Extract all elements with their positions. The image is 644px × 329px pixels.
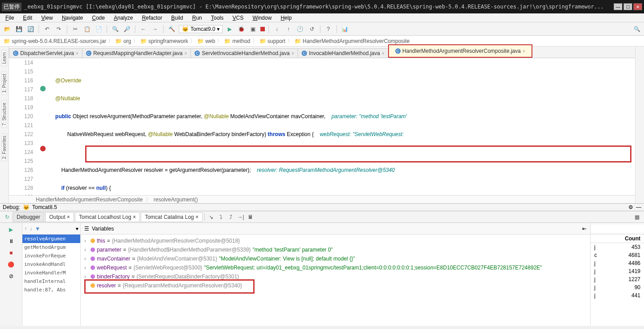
layout-icon[interactable]: ▦ [632,213,641,222]
vars-tree[interactable]: ›this = {HandlerMethodArgumentResolverCo… [81,235,590,326]
stack-frame[interactable]: invokeAndHandl [22,260,80,269]
breadcrumb-item[interactable]: 📁 org [115,38,131,44]
var-row[interactable]: ›binderFactory = {ServletRequestDataBind… [84,272,587,281]
breadcrumb-item[interactable]: 📁 spring-web-5.0.4.RELEASE-sources.jar [4,38,106,44]
back-icon[interactable]: ← [139,25,148,34]
menu-build[interactable]: Build [168,14,187,22]
build-icon[interactable]: 🔨 [167,25,176,34]
frame-up-icon[interactable]: ↑ [24,226,27,232]
tool-window-Learn[interactable]: Learn [1,50,7,66]
stop-icon[interactable] [260,27,265,31]
vcs-history-icon[interactable]: 🕐 [296,25,305,34]
step-into-icon[interactable]: ↘ [207,213,216,222]
open-icon[interactable]: 📂 [3,25,12,34]
debug-tab-Output[interactable]: Output × [45,212,74,222]
debug-icon[interactable]: 🐞 [237,25,246,34]
stack-frame[interactable]: handle:87, Abs [22,286,80,294]
run-icon[interactable]: ▶ [225,25,234,34]
close-tab-icon[interactable]: × [76,51,78,56]
close-icon[interactable]: × [195,214,199,220]
cut-icon[interactable]: ✂ [71,25,80,34]
close-tab-icon[interactable]: × [291,51,294,56]
minimize-panel-icon[interactable]: — [636,204,641,210]
menu-window[interactable]: Window [249,14,275,22]
var-row[interactable]: ›parameter = {HandlerMethod$HandlerMetho… [84,245,587,254]
replace-icon[interactable]: 🔎 [122,25,131,34]
stack-frame[interactable]: invokeHandlerM [22,269,80,277]
breadcrumb-item[interactable]: 📁 method [224,38,250,44]
tab-ServletInvocableHandlerMethod.java[interactable]: CServletInvocableHandlerMethod.java× [190,48,298,58]
menu-navigate[interactable]: Navigate [58,14,86,22]
stack-frame[interactable]: handleInternal [22,277,80,286]
debug-tab-Tomcat Catalina Log[interactable]: Tomcat Catalina Log × [141,212,203,222]
menu-analyze[interactable]: Analyze [110,14,137,22]
stack-frame[interactable]: resolveArgumen [22,235,80,243]
pause-icon[interactable]: ⏸ [7,237,15,245]
tool-window-2: Favorites[interactable]: 2: Favorites [1,133,7,161]
undo-icon[interactable]: ↶ [43,25,52,34]
evaluate-icon[interactable]: 🖩 [246,213,255,222]
code-crumb[interactable]: HandlerMethodArgumentResolverComposite [36,197,143,203]
settings-icon[interactable]: ⚙ [628,204,633,210]
breadcrumb-item[interactable]: 📁 HandlerMethodArgumentResolverComposite [294,38,410,44]
run-config-combo[interactable]: 🐱 Tomcat9.0 ▾ [179,25,223,33]
menu-view[interactable]: View [38,14,56,22]
run-to-cursor-icon[interactable]: →| [236,213,245,222]
minimize-button[interactable]: — [614,3,622,10]
menu-tools[interactable]: Tools [207,14,227,22]
var-row[interactable]: ›mavContainer = {ModelAndViewContainer@5… [84,254,587,263]
step-out-icon[interactable]: ⤴ [226,213,235,222]
help-icon[interactable]: ? [324,25,333,34]
menu-run[interactable]: Run [189,14,206,22]
breadcrumb-item[interactable]: 📁 support [259,38,285,44]
paste-icon[interactable]: 📄 [94,25,103,34]
search-everywhere-icon[interactable]: 🔍 [632,25,641,34]
menu-file[interactable]: File [2,14,17,22]
var-row[interactable]: ›this = {HandlerMethodArgumentResolverCo… [84,236,587,245]
save-icon[interactable]: 💾 [14,25,23,34]
debug-tab-Debugger[interactable]: Debugger [13,212,44,222]
close-icon[interactable]: × [133,214,136,220]
debug-tab-Tomcat Localhost Log[interactable]: Tomcat Localhost Log × [75,212,140,222]
vars-collapse-icon[interactable]: ⇤ [582,226,587,232]
rerun-icon[interactable]: ↻ [3,213,12,222]
coverage-icon[interactable]: ▣ [249,25,258,34]
vcs-update-icon[interactable]: ↓ [272,25,281,34]
breadcrumb-item[interactable]: 📁 springframework [140,38,188,44]
forward-icon[interactable]: → [151,25,160,34]
thread-selector-icon[interactable]: ▾ [76,226,78,232]
stack-frame[interactable]: invokeForReque [22,252,80,260]
close-button[interactable]: ✕ [633,3,642,10]
var-row[interactable]: ›webRequest = {ServletWebRequest@5300} "… [84,263,587,272]
breakpoints-icon[interactable]: 🔴 [7,261,15,269]
close-tab-icon[interactable]: × [523,49,525,54]
close-tab-icon[interactable]: × [382,51,385,56]
menu-refactor[interactable]: Refactor [138,14,166,22]
menu-help[interactable]: Help [277,14,295,22]
code-crumb[interactable]: resolveArgument() [154,197,198,203]
vcs-revert-icon[interactable]: ↺ [307,25,316,34]
code-editor[interactable]: @Override @Nullable public Object resolv… [49,58,635,195]
vcs-commit-icon[interactable]: ↑ [284,25,293,34]
tool-window-7: Structure[interactable]: 7: Structure [1,100,7,128]
redo-icon[interactable]: ↷ [54,25,63,34]
var-row[interactable]: ›resolver = {RequestParamMethodArgumentR… [84,281,587,290]
copy-icon[interactable]: 📋 [82,25,91,34]
step-over-icon[interactable]: ⤵ [216,213,225,222]
frame-down-icon[interactable]: ↓ [30,226,32,232]
sync-icon[interactable]: 🔄 [26,25,35,34]
mute-bp-icon[interactable]: ⊘ [7,272,15,280]
stop-debug-icon[interactable]: ■ [7,249,15,257]
tab-RequestMappingHandlerAdapter.java[interactable]: CRequestMappingHandlerAdapter.java× [82,48,191,58]
tab-DispatcherServlet.java[interactable]: CDispatcherServlet.java× [9,48,82,58]
find-icon[interactable]: 🔍 [111,25,120,34]
stack-frame[interactable]: getMethodArgum [22,243,80,252]
maximize-button[interactable]: ☐ [623,3,632,10]
menu-vcs[interactable]: VCS [229,14,247,22]
menu-code[interactable]: Code [88,14,108,22]
menu-edit[interactable]: Edit [19,14,36,22]
watch-search-input[interactable] [591,225,644,233]
tab-InvocableHandlerMethod.java[interactable]: CInvocableHandlerMethod.java× [298,48,389,58]
close-tab-icon[interactable]: × [184,51,187,56]
structure-icon[interactable]: 📊 [341,25,350,34]
